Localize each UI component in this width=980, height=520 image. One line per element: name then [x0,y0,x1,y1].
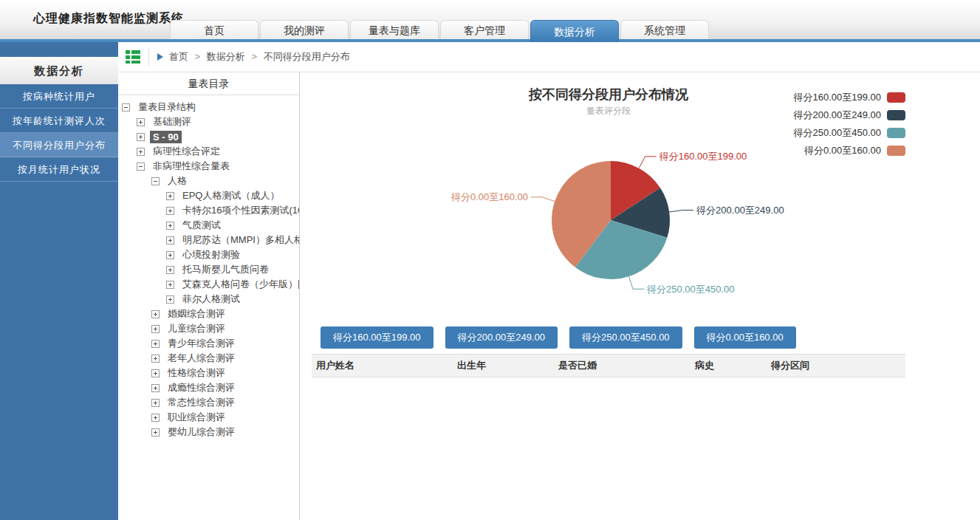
tree-node: EPQ人格测试（成人） [118,188,299,203]
tree-node: 常态性综合测评 [118,395,299,410]
tree-node: 职业综合测评 [118,410,299,425]
breadcrumb-link[interactable]: 首页 [169,51,188,62]
breadcrumb-bar: 首页 > 数据分析 > 不同得分段用户分布 [118,42,980,72]
segment-filter-button[interactable]: 得分250.00至450.00 [569,326,682,349]
sidebar: 数据分析 按病种统计用户按年龄统计测评人次不同得分段用户分布按月统计用户状况 [0,42,118,520]
table-header-cell: 出生年 [453,359,554,372]
breadcrumb-separator: > [249,51,260,62]
tree-node-label[interactable]: 青少年综合测评 [165,336,238,351]
tab-system-management[interactable]: 系统管理 [620,20,709,39]
sidebar-item-by-month[interactable]: 按月统计用户状况 [0,157,118,182]
tree-node: S - 90 [118,129,299,144]
tree-node-label[interactable]: 老年人综合测评 [165,351,238,366]
tree-node-label[interactable]: 菲尔人格测试 [179,292,243,307]
table-header-cell: 得分区间 [767,359,905,372]
tree-node-label[interactable]: 人格 [165,174,190,188]
tree-node-label[interactable]: 艾森克人格问卷（少年版）陈仲 [179,277,299,292]
expand-plus-icon[interactable] [166,251,174,259]
tree-node-label[interactable]: 儿童综合测评 [165,321,228,336]
expand-plus-icon[interactable] [166,266,174,274]
tree-node-label[interactable]: EPQ人格测试（成人） [179,188,282,203]
breadcrumb-arrow-icon [157,53,163,61]
tree-node-label[interactable]: 基础测评 [150,114,194,129]
pie-label-line [629,276,645,289]
expand-plus-icon[interactable] [166,281,174,289]
tree-node: 艾森克人格问卷（少年版）陈仲 [118,277,299,292]
tree-node-label[interactable]: 托马斯婴儿气质问卷 [179,262,272,277]
tab-scales-question-bank[interactable]: 量表与题库 [350,20,439,39]
expand-plus-icon[interactable] [151,399,160,407]
scale-directory-tree: 量表目录结构基础测评S - 90病理性综合评定非病理性综合量表人格EPQ人格测试… [118,95,299,439]
score-segment-buttons: 得分160.00至199.00得分200.00至249.00得分250.00至4… [321,326,980,349]
expand-plus-icon[interactable] [166,222,174,230]
segment-filter-button[interactable]: 得分160.00至199.00 [321,326,434,349]
tree-node: 人格 [118,174,299,188]
scale-directory-panel: 量表目录 量表目录结构基础测评S - 90病理性综合评定非病理性综合量表人格EP… [118,72,300,520]
sidebar-item-by-score-range[interactable]: 不同得分段用户分布 [0,133,118,157]
sidebar-item-by-disease[interactable]: 按病种统计用户 [0,84,118,109]
expand-plus-icon[interactable] [151,325,160,333]
tree-node: 非病理性综合量表 [118,159,299,174]
list-view-icon[interactable] [124,48,142,66]
tree-node-label[interactable]: 非病理性综合量表 [150,159,233,174]
breadcrumb-link[interactable]: 数据分析 [207,51,245,62]
tree-node-label[interactable]: S - 90 [150,131,182,143]
tree-node-label[interactable]: 常态性综合测评 [165,395,238,410]
tree-node: 儿童综合测评 [118,321,299,336]
tree-node: 托马斯婴儿气质问卷 [118,262,299,277]
table-header-cell: 是否已婚 [554,359,691,372]
tree-node-label[interactable]: 婴幼儿综合测评 [165,425,238,439]
tree-node-label[interactable]: 心境投射测验 [179,247,243,262]
tree-node-label[interactable]: 量表目录结构 [135,100,199,114]
tree-node-label[interactable]: 气质测试 [179,218,224,233]
scale-directory-title: 量表目录 [118,72,299,95]
pie-slice-label: 得分0.00至160.00 [450,191,528,202]
tree-node: 心境投射测验 [118,247,299,262]
breadcrumb: 首页 > 数据分析 > 不同得分段用户分布 [169,50,350,64]
tree-node-label[interactable]: 职业综合测评 [165,410,228,425]
breadcrumb-link[interactable]: 不同得分段用户分布 [264,51,350,62]
pie-slice-label: 得分160.00至199.00 [659,151,747,162]
tab-home[interactable]: 首页 [170,20,258,39]
expand-plus-icon[interactable] [137,148,145,156]
tab-my-assessments[interactable]: 我的测评 [260,20,349,39]
tree-node-label[interactable]: 性格综合测评 [165,366,228,380]
expand-plus-icon[interactable] [151,414,160,422]
sidebar-title: 数据分析 [0,57,118,84]
tree-node: 气质测试 [118,218,299,233]
segment-filter-button[interactable]: 得分200.00至249.00 [445,326,558,349]
tree-node: 基础测评 [118,114,299,129]
expand-plus-icon[interactable] [151,369,160,377]
tree-node-label[interactable]: 卡特尔16项个性因素测试(16PF [179,203,299,218]
expand-plus-icon[interactable] [166,236,174,244]
expand-plus-icon[interactable] [166,192,174,200]
collapse-minus-icon[interactable] [137,162,145,171]
tree-node-label[interactable]: 成瘾性综合测评 [165,380,238,395]
tab-customer-management[interactable]: 客户管理 [440,20,529,39]
tree-node: 婴幼儿综合测评 [118,425,299,439]
tree-node: 老年人综合测评 [118,351,299,366]
expand-plus-icon[interactable] [151,428,160,437]
collapse-minus-icon[interactable] [151,177,160,185]
tree-node-label[interactable]: 婚姻综合测评 [165,307,228,321]
pie-slice-label: 得分200.00至249.00 [696,205,784,216]
main-nav-tabs: 首页我的测评量表与题库客户管理数据分析系统管理 [170,20,710,39]
tab-data-analysis[interactable]: 数据分析 [530,20,619,42]
pie-chart-area: 按不同得分段用户分布情况 量表评分段 得分160.00至199.00得分200.… [312,82,905,326]
tree-node: 成瘾性综合测评 [118,380,299,395]
expand-plus-icon[interactable] [137,133,145,141]
collapse-minus-icon[interactable] [122,103,130,112]
segment-filter-button[interactable]: 得分0.00至160.00 [694,326,796,349]
expand-plus-icon[interactable] [151,310,160,318]
sidebar-item-by-age[interactable]: 按年龄统计测评人次 [0,109,118,133]
expand-plus-icon[interactable] [137,118,145,126]
tree-node-label[interactable]: 病理性综合评定 [150,144,223,159]
expand-plus-icon[interactable] [151,340,160,348]
expand-plus-icon[interactable] [166,295,174,304]
expand-plus-icon[interactable] [151,355,160,363]
tree-node: 卡特尔16项个性因素测试(16PF [118,203,299,218]
tree-node-label[interactable]: 明尼苏达（MMPI）多相人格测 [179,233,299,247]
expand-plus-icon[interactable] [166,207,174,215]
pie-label-line [531,197,555,202]
expand-plus-icon[interactable] [151,384,160,392]
